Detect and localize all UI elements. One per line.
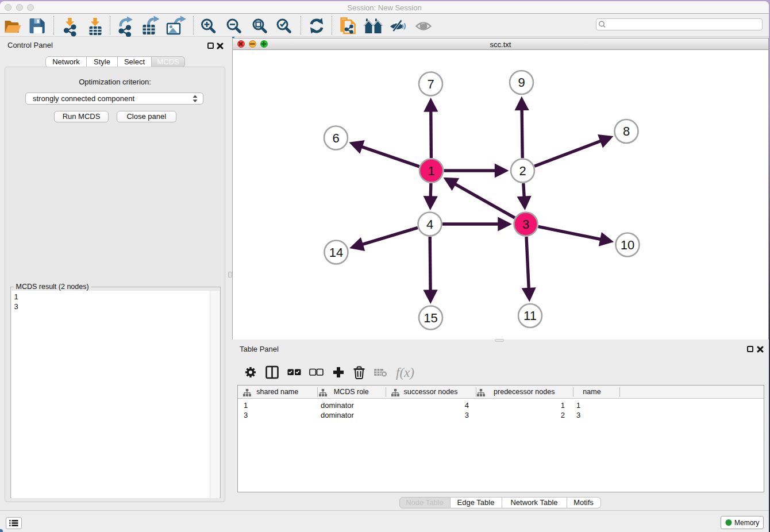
svg-text:9: 9 (518, 75, 525, 90)
svg-text:2: 2 (519, 164, 526, 178)
svg-text:1: 1 (428, 164, 434, 178)
svg-text:11: 11 (523, 309, 537, 323)
svg-text:8: 8 (623, 124, 630, 138)
svg-text:15: 15 (424, 311, 437, 325)
svg-text:6: 6 (332, 131, 339, 145)
svg-text:14: 14 (329, 245, 343, 260)
svg-text:Memory: Memory (734, 519, 759, 527)
svg-text:4: 4 (426, 217, 433, 232)
svg-text:3: 3 (522, 217, 529, 232)
svg-text:f(x): f(x) (396, 365, 414, 380)
svg-text:10: 10 (621, 238, 634, 252)
svg-text:7: 7 (427, 77, 434, 91)
